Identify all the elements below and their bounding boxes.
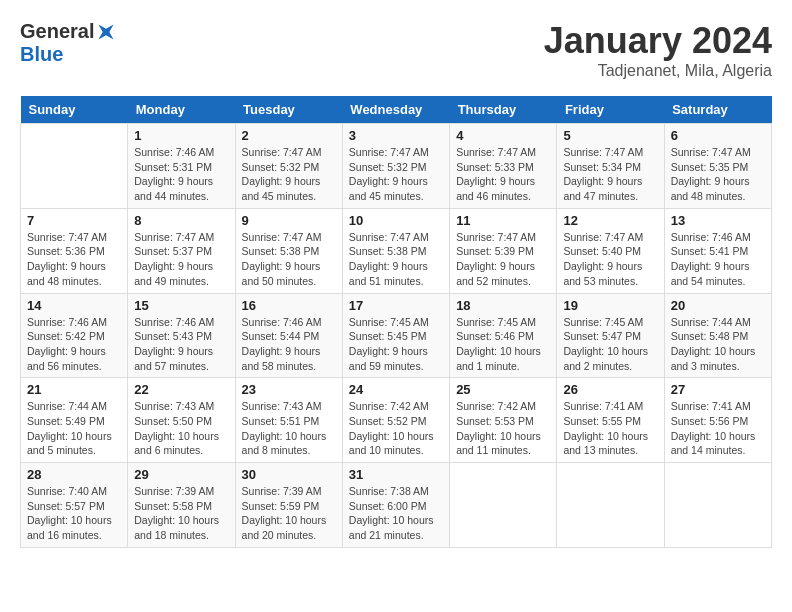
- calendar-header-row: SundayMondayTuesdayWednesdayThursdayFrid…: [21, 96, 772, 124]
- calendar-week-row: 21Sunrise: 7:44 AMSunset: 5:49 PMDayligh…: [21, 378, 772, 463]
- day-info: Sunrise: 7:47 AMSunset: 5:37 PMDaylight:…: [134, 230, 228, 289]
- day-header-wednesday: Wednesday: [342, 96, 449, 124]
- day-header-saturday: Saturday: [664, 96, 771, 124]
- calendar-cell: 14Sunrise: 7:46 AMSunset: 5:42 PMDayligh…: [21, 293, 128, 378]
- day-number: 15: [134, 298, 228, 313]
- day-number: 31: [349, 467, 443, 482]
- calendar-cell: 3Sunrise: 7:47 AMSunset: 5:32 PMDaylight…: [342, 124, 449, 209]
- title-section: January 2024 Tadjenanet, Mila, Algeria: [544, 20, 772, 80]
- day-info: Sunrise: 7:47 AMSunset: 5:40 PMDaylight:…: [563, 230, 657, 289]
- calendar-cell: 9Sunrise: 7:47 AMSunset: 5:38 PMDaylight…: [235, 208, 342, 293]
- calendar-week-row: 14Sunrise: 7:46 AMSunset: 5:42 PMDayligh…: [21, 293, 772, 378]
- day-info: Sunrise: 7:41 AMSunset: 5:56 PMDaylight:…: [671, 399, 765, 458]
- day-info: Sunrise: 7:46 AMSunset: 5:31 PMDaylight:…: [134, 145, 228, 204]
- day-number: 16: [242, 298, 336, 313]
- day-number: 2: [242, 128, 336, 143]
- calendar-cell: 11Sunrise: 7:47 AMSunset: 5:39 PMDayligh…: [450, 208, 557, 293]
- day-info: Sunrise: 7:47 AMSunset: 5:34 PMDaylight:…: [563, 145, 657, 204]
- day-header-tuesday: Tuesday: [235, 96, 342, 124]
- day-number: 29: [134, 467, 228, 482]
- day-info: Sunrise: 7:44 AMSunset: 5:49 PMDaylight:…: [27, 399, 121, 458]
- calendar-cell: 13Sunrise: 7:46 AMSunset: 5:41 PMDayligh…: [664, 208, 771, 293]
- day-number: 10: [349, 213, 443, 228]
- day-number: 23: [242, 382, 336, 397]
- calendar-cell: 23Sunrise: 7:43 AMSunset: 5:51 PMDayligh…: [235, 378, 342, 463]
- day-info: Sunrise: 7:42 AMSunset: 5:52 PMDaylight:…: [349, 399, 443, 458]
- calendar-cell: [450, 463, 557, 548]
- day-number: 19: [563, 298, 657, 313]
- day-number: 3: [349, 128, 443, 143]
- day-info: Sunrise: 7:43 AMSunset: 5:51 PMDaylight:…: [242, 399, 336, 458]
- calendar-cell: 17Sunrise: 7:45 AMSunset: 5:45 PMDayligh…: [342, 293, 449, 378]
- day-number: 27: [671, 382, 765, 397]
- day-header-friday: Friday: [557, 96, 664, 124]
- day-info: Sunrise: 7:47 AMSunset: 5:33 PMDaylight:…: [456, 145, 550, 204]
- day-number: 9: [242, 213, 336, 228]
- day-info: Sunrise: 7:46 AMSunset: 5:41 PMDaylight:…: [671, 230, 765, 289]
- calendar-table: SundayMondayTuesdayWednesdayThursdayFrid…: [20, 96, 772, 548]
- day-header-monday: Monday: [128, 96, 235, 124]
- calendar-week-row: 7Sunrise: 7:47 AMSunset: 5:36 PMDaylight…: [21, 208, 772, 293]
- day-info: Sunrise: 7:45 AMSunset: 5:45 PMDaylight:…: [349, 315, 443, 374]
- day-info: Sunrise: 7:39 AMSunset: 5:58 PMDaylight:…: [134, 484, 228, 543]
- calendar-cell: 1Sunrise: 7:46 AMSunset: 5:31 PMDaylight…: [128, 124, 235, 209]
- day-info: Sunrise: 7:45 AMSunset: 5:47 PMDaylight:…: [563, 315, 657, 374]
- day-info: Sunrise: 7:43 AMSunset: 5:50 PMDaylight:…: [134, 399, 228, 458]
- logo-bird-icon: [96, 22, 116, 42]
- day-number: 13: [671, 213, 765, 228]
- calendar-cell: 30Sunrise: 7:39 AMSunset: 5:59 PMDayligh…: [235, 463, 342, 548]
- calendar-cell: 25Sunrise: 7:42 AMSunset: 5:53 PMDayligh…: [450, 378, 557, 463]
- day-header-thursday: Thursday: [450, 96, 557, 124]
- calendar-cell: 15Sunrise: 7:46 AMSunset: 5:43 PMDayligh…: [128, 293, 235, 378]
- day-number: 22: [134, 382, 228, 397]
- calendar-cell: [21, 124, 128, 209]
- calendar-cell: 7Sunrise: 7:47 AMSunset: 5:36 PMDaylight…: [21, 208, 128, 293]
- day-number: 26: [563, 382, 657, 397]
- calendar-cell: 4Sunrise: 7:47 AMSunset: 5:33 PMDaylight…: [450, 124, 557, 209]
- day-info: Sunrise: 7:38 AMSunset: 6:00 PMDaylight:…: [349, 484, 443, 543]
- calendar-cell: 8Sunrise: 7:47 AMSunset: 5:37 PMDaylight…: [128, 208, 235, 293]
- day-number: 28: [27, 467, 121, 482]
- day-number: 24: [349, 382, 443, 397]
- calendar-cell: 6Sunrise: 7:47 AMSunset: 5:35 PMDaylight…: [664, 124, 771, 209]
- calendar-cell: 10Sunrise: 7:47 AMSunset: 5:38 PMDayligh…: [342, 208, 449, 293]
- day-info: Sunrise: 7:39 AMSunset: 5:59 PMDaylight:…: [242, 484, 336, 543]
- location-subtitle: Tadjenanet, Mila, Algeria: [544, 62, 772, 80]
- day-info: Sunrise: 7:47 AMSunset: 5:32 PMDaylight:…: [349, 145, 443, 204]
- calendar-cell: [557, 463, 664, 548]
- day-number: 21: [27, 382, 121, 397]
- logo-blue-text: Blue: [20, 43, 63, 65]
- day-number: 18: [456, 298, 550, 313]
- calendar-cell: 29Sunrise: 7:39 AMSunset: 5:58 PMDayligh…: [128, 463, 235, 548]
- day-info: Sunrise: 7:47 AMSunset: 5:38 PMDaylight:…: [349, 230, 443, 289]
- calendar-cell: 21Sunrise: 7:44 AMSunset: 5:49 PMDayligh…: [21, 378, 128, 463]
- day-number: 5: [563, 128, 657, 143]
- day-info: Sunrise: 7:46 AMSunset: 5:42 PMDaylight:…: [27, 315, 121, 374]
- calendar-cell: 16Sunrise: 7:46 AMSunset: 5:44 PMDayligh…: [235, 293, 342, 378]
- day-number: 7: [27, 213, 121, 228]
- calendar-week-row: 28Sunrise: 7:40 AMSunset: 5:57 PMDayligh…: [21, 463, 772, 548]
- day-info: Sunrise: 7:42 AMSunset: 5:53 PMDaylight:…: [456, 399, 550, 458]
- day-info: Sunrise: 7:47 AMSunset: 5:38 PMDaylight:…: [242, 230, 336, 289]
- calendar-cell: 5Sunrise: 7:47 AMSunset: 5:34 PMDaylight…: [557, 124, 664, 209]
- day-number: 6: [671, 128, 765, 143]
- day-info: Sunrise: 7:41 AMSunset: 5:55 PMDaylight:…: [563, 399, 657, 458]
- month-title: January 2024: [544, 20, 772, 62]
- day-number: 12: [563, 213, 657, 228]
- calendar-cell: 28Sunrise: 7:40 AMSunset: 5:57 PMDayligh…: [21, 463, 128, 548]
- day-number: 17: [349, 298, 443, 313]
- day-info: Sunrise: 7:47 AMSunset: 5:39 PMDaylight:…: [456, 230, 550, 289]
- calendar-cell: 26Sunrise: 7:41 AMSunset: 5:55 PMDayligh…: [557, 378, 664, 463]
- day-number: 8: [134, 213, 228, 228]
- day-number: 11: [456, 213, 550, 228]
- day-info: Sunrise: 7:47 AMSunset: 5:35 PMDaylight:…: [671, 145, 765, 204]
- calendar-cell: 24Sunrise: 7:42 AMSunset: 5:52 PMDayligh…: [342, 378, 449, 463]
- day-info: Sunrise: 7:47 AMSunset: 5:36 PMDaylight:…: [27, 230, 121, 289]
- day-number: 25: [456, 382, 550, 397]
- day-info: Sunrise: 7:45 AMSunset: 5:46 PMDaylight:…: [456, 315, 550, 374]
- calendar-week-row: 1Sunrise: 7:46 AMSunset: 5:31 PMDaylight…: [21, 124, 772, 209]
- day-number: 14: [27, 298, 121, 313]
- calendar-cell: [664, 463, 771, 548]
- calendar-cell: 18Sunrise: 7:45 AMSunset: 5:46 PMDayligh…: [450, 293, 557, 378]
- page-header: General Blue January 2024 Tadjenanet, Mi…: [20, 20, 772, 80]
